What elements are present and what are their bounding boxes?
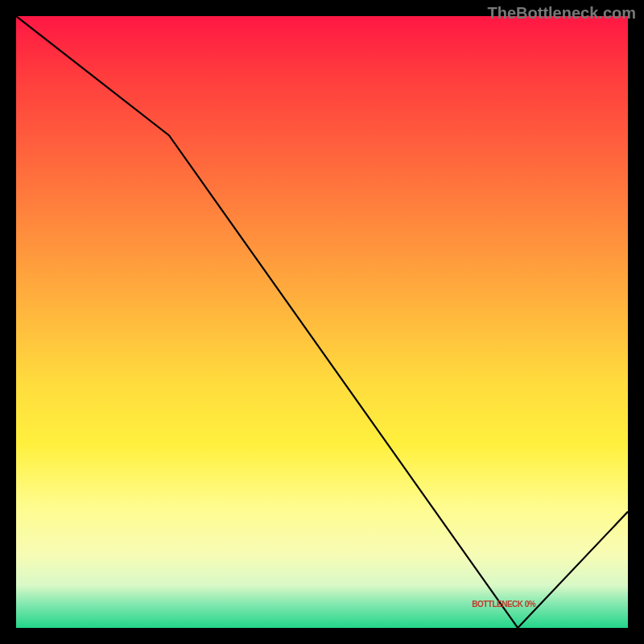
chart-gradient-background bbox=[16, 16, 628, 628]
source-attribution: TheBottleneck.com bbox=[488, 4, 636, 23]
bottleneck-zero-label: BOTTLENECK 0% bbox=[472, 600, 535, 609]
